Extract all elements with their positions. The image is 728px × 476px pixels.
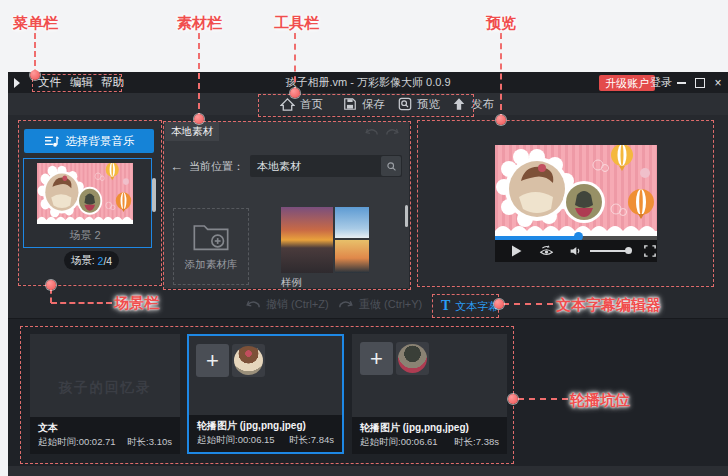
annotation-dot bbox=[508, 394, 518, 404]
annotation-box-carousel bbox=[20, 326, 514, 464]
annotation-label-scene-bar: 场景栏 bbox=[114, 294, 159, 313]
annotation-line bbox=[34, 33, 36, 75]
annotation-line bbox=[503, 303, 553, 305]
annotation-line bbox=[294, 33, 296, 93]
annotation-line bbox=[51, 302, 112, 304]
undo-icon bbox=[245, 299, 261, 311]
status-bar bbox=[8, 466, 728, 476]
annotation-label-carousel-slot: 轮播坑位 bbox=[570, 391, 630, 410]
annotation-box-toolbar bbox=[258, 94, 474, 117]
annotation-label-toolbar: 工具栏 bbox=[274, 14, 319, 33]
annotation-dot bbox=[30, 70, 40, 80]
annotation-label-menu-bar: 菜单栏 bbox=[13, 14, 58, 33]
undo-button[interactable]: 撤销 (Ctrl+Z) bbox=[245, 297, 329, 312]
annotation-dot bbox=[496, 115, 506, 125]
close-button[interactable]: × bbox=[711, 72, 725, 93]
maximize-icon bbox=[695, 78, 705, 88]
login-button[interactable]: 登录 bbox=[650, 72, 672, 93]
window-title: 孩子相册.vm - 万彩影像大师 0.0.9 bbox=[285, 72, 450, 93]
minimize-icon bbox=[677, 82, 686, 84]
redo-icon bbox=[338, 299, 354, 311]
sidebar-toggle-icon[interactable] bbox=[13, 77, 21, 89]
annotation-line bbox=[500, 33, 502, 120]
annotation-dot bbox=[46, 280, 56, 290]
annotation-dot bbox=[494, 299, 504, 309]
upgrade-account-button[interactable]: 升级账户 bbox=[599, 75, 655, 91]
annotation-line bbox=[518, 398, 568, 400]
annotation-line bbox=[50, 288, 52, 303]
annotation-box-menu-bar bbox=[32, 74, 122, 92]
screenshot-stage: 文件 编辑 帮助 孩子相册.vm - 万彩影像大师 0.0.9 升级账户 登录 … bbox=[0, 0, 728, 476]
redo-button[interactable]: 重做 (Ctrl+Y) bbox=[338, 297, 422, 312]
annotation-label-text-subtitle-editor: 文本字幕编辑器 bbox=[556, 296, 661, 315]
minimize-button[interactable] bbox=[674, 72, 688, 93]
annotation-line bbox=[198, 33, 200, 119]
annotation-box-text-subtitle bbox=[432, 294, 499, 318]
annotation-dot bbox=[194, 114, 204, 124]
annotation-box-scene-bar bbox=[18, 120, 162, 286]
annotation-label-material-bar: 素材栏 bbox=[177, 14, 222, 33]
annotation-label-preview: 预览 bbox=[486, 14, 516, 33]
maximize-button[interactable] bbox=[693, 72, 707, 93]
annotation-dot bbox=[290, 88, 300, 98]
annotation-box-preview bbox=[417, 120, 714, 287]
annotation-box-material-bar bbox=[163, 121, 411, 290]
